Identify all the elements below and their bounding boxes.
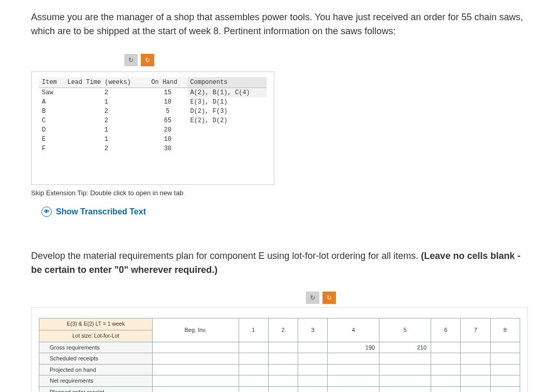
mrp-cell[interactable] [490,364,520,375]
mrp-cell[interactable] [328,386,379,392]
mrp-cell[interactable] [268,375,298,387]
bom-header-lead: Lead Time (weeks) [64,77,148,88]
bom-cell: 20 [148,125,187,135]
mrp-cell[interactable] [379,375,431,387]
bom-cell: C [39,116,64,125]
bom-cell: 2 [64,88,148,98]
mrp-col-header: 7 [461,318,490,342]
mrp-cell[interactable] [431,342,461,353]
mrp-cell[interactable]: 210 [379,342,431,353]
bom-table: Item Lead Time (weeks) On Hand Component… [39,77,267,153]
bom-row: D120 [39,125,267,135]
bom-cell: D(2), F(3) [187,107,267,116]
mrp-cell[interactable] [379,353,431,365]
refresh-icon[interactable]: ↻ [124,54,138,66]
mrp-col-header: 3 [298,318,328,342]
mrp-cell[interactable] [298,342,328,353]
skip-tip: Skip Extension Tip: Double click to open… [31,188,528,198]
mrp-cell[interactable] [379,386,431,392]
mrp-cell[interactable] [153,342,239,353]
mrp-cell[interactable] [490,386,520,392]
mrp-cell[interactable] [268,342,298,353]
mrp-cell[interactable] [153,375,239,387]
mrp-col-header: 4 [328,318,379,342]
mrp-row: Net requirements [39,375,520,387]
mrp-cell[interactable] [239,342,268,353]
mrp-cell[interactable] [153,386,239,392]
bom-cell: 10 [148,97,187,107]
mrp-cell[interactable] [490,375,520,387]
question-2: Develop the material requirements plan f… [31,249,528,277]
bom-cell: A(2), B(1), C(4) [187,88,267,98]
bom-cell: 65 [148,116,187,125]
show-transcribed-label: Show Transcribed Text [56,206,146,218]
bom-cell [187,135,267,144]
bom-cell: B [39,107,64,116]
mrp-cell[interactable] [298,364,328,375]
mrp-cell[interactable] [379,364,431,375]
bom-cell: 1 [64,125,148,135]
mrp-row-label: Planned order receipt [39,386,153,392]
mrp-cell[interactable] [431,364,461,375]
mrp-cell[interactable] [490,342,520,353]
bom-cell: E(2), D(2) [187,116,267,125]
mrp-cell[interactable] [298,353,328,365]
mrp-col-header: 5 [379,318,431,342]
mrp-toolbar: ↻ ↻ [114,292,528,304]
bom-header-item: Item [39,77,64,88]
mrp-cell[interactable] [239,353,268,365]
bom-row: C265E(2), D(2) [39,116,267,125]
mrp-cell[interactable] [268,386,298,392]
refresh-icon[interactable]: ↻ [306,292,319,304]
bom-cell [187,144,267,153]
mrp-col-header: 2 [268,318,298,342]
bom-cell: D [39,125,64,135]
mrp-cell[interactable] [328,353,379,365]
mrp-cell[interactable] [328,364,379,375]
bom-header-comp: Components [187,77,267,88]
bom-row: B25D(2), F(3) [39,107,267,116]
bom-cell: 1 [64,135,148,144]
mrp-cell[interactable] [268,353,298,365]
refresh-icon[interactable]: ↻ [322,292,336,304]
mrp-cell[interactable]: 190 [328,342,379,353]
mrp-spec-bot: Lot size: Lot-for-Lot [39,330,153,342]
mrp-cell[interactable] [461,375,490,387]
eye-icon: 👁 [41,207,52,217]
mrp-row-label: Scheduled receipts [39,353,153,365]
mrp-cell[interactable] [298,386,328,392]
mrp-cell[interactable] [298,375,328,387]
mrp-col-header: 8 [490,318,520,342]
mrp-cell[interactable] [239,386,268,392]
mrp-cell[interactable] [153,364,239,375]
bom-panel: Item Lead Time (weeks) On Hand Component… [31,71,274,185]
mrp-row-label: Net requirements [39,375,153,387]
mrp-col-header: 1 [239,318,268,342]
mrp-cell[interactable] [461,364,490,375]
bom-cell: 2 [64,116,148,125]
mrp-row-label: Projected on hand [39,364,153,375]
mrp-cell[interactable] [431,375,461,387]
bom-cell: A [39,97,64,107]
show-transcribed-button[interactable]: 👁 Show Transcribed Text [41,206,528,218]
mrp-cell[interactable] [239,364,268,375]
mrp-cell[interactable] [328,375,379,387]
mrp-cell[interactable] [239,375,268,387]
mrp-cell[interactable] [490,353,520,365]
mrp-cell[interactable] [461,342,490,353]
mrp-cell[interactable] [461,386,490,392]
mrp-col-header: Beg. Inv. [153,318,239,342]
mrp-cell[interactable] [268,364,298,375]
bom-cell: 2 [64,107,148,116]
bom-cell: 2 [64,144,148,153]
mrp-cell[interactable] [431,353,461,365]
mrp-cell[interactable] [153,353,239,365]
bom-cell: E [39,135,64,144]
mrp-cell[interactable] [461,353,490,365]
bom-toolbar: ↻ ↻ [124,54,528,66]
mrp-col-header: 6 [431,318,461,342]
mrp-cell[interactable] [431,386,461,392]
question-2-text: Develop the material requirements plan f… [31,251,421,261]
refresh-icon[interactable]: ↻ [141,54,154,66]
bom-cell: E(3), D(1) [187,97,267,107]
